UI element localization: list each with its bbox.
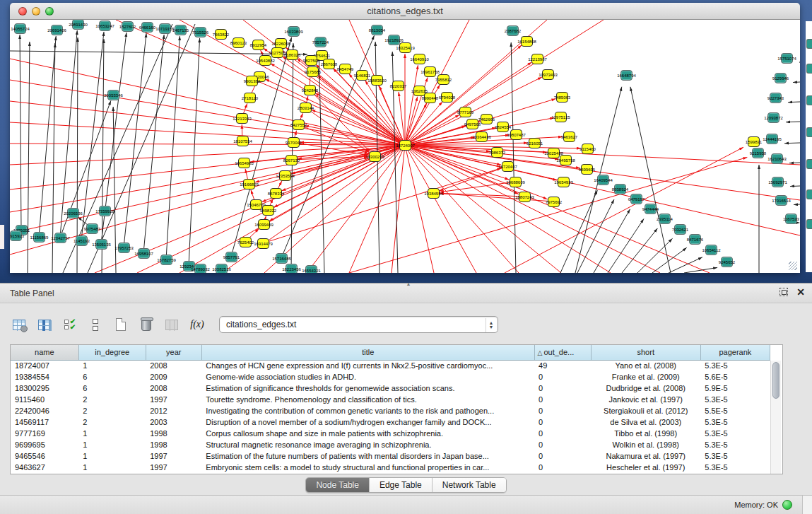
cell-short[interactable]: Hescheler et al. (1997) xyxy=(591,462,700,473)
graph-node[interactable]: 8938924 xyxy=(614,184,626,194)
network-window-titlebar[interactable]: citations_edges.txt xyxy=(10,3,800,20)
cell-in_degree[interactable]: 2 xyxy=(78,416,146,428)
cell-in_degree[interactable]: 1 xyxy=(78,450,146,462)
graph-node[interactable]: 20206536 xyxy=(67,208,79,218)
graph-node[interactable]: 9245652 xyxy=(721,257,733,267)
column-header-pagerank[interactable]: pagerank xyxy=(700,345,770,360)
cell-in_degree[interactable]: 1 xyxy=(78,462,146,473)
graph-node[interactable]: 10688609 xyxy=(510,177,522,187)
graph-node[interactable]: 16640910 xyxy=(413,54,425,64)
cell-name[interactable]: 9115460 xyxy=(11,394,78,405)
graph-node[interactable]: 3824554 xyxy=(497,122,509,132)
graph-node[interactable]: 15751074 xyxy=(781,53,793,64)
graph-node[interactable]: 8678334 xyxy=(270,188,282,199)
column-header-out_degree[interactable]: △out_de... xyxy=(534,345,591,360)
cell-title[interactable]: Embryonic stem cells: a model to study s… xyxy=(201,462,534,473)
table-scrollbar-thumb[interactable] xyxy=(772,362,779,399)
graph-node[interactable]: 18495758 xyxy=(560,155,572,165)
graph-node[interactable]: 8912954 xyxy=(252,40,264,50)
graph-node[interactable]: 9129946 xyxy=(775,73,787,83)
cell-short[interactable]: Jankovic et al. (1997) xyxy=(591,394,700,405)
cell-out_degree[interactable]: 0 xyxy=(534,450,591,462)
tab-node-table[interactable]: Node Table xyxy=(306,478,370,492)
graph-node[interactable]: 7955812 xyxy=(437,74,449,85)
close-window-icon[interactable] xyxy=(18,7,27,16)
table-row[interactable]: 1938455462009Genome-wide association stu… xyxy=(11,371,770,382)
graph-node[interactable]: 12093872 xyxy=(767,112,779,123)
graph-node[interactable]: 7663822 xyxy=(215,29,227,40)
delete-table-icon[interactable] xyxy=(163,315,181,334)
graph-node[interactable]: 20364436 xyxy=(476,132,488,142)
graph-node[interactable]: 3915923 xyxy=(10,230,22,241)
table-row[interactable]: 1830029562008Estimation of significance … xyxy=(11,382,770,394)
graph-node[interactable]: 8186328 xyxy=(286,49,298,60)
graph-node[interactable]: 9242848 xyxy=(304,85,316,95)
table-selector-dropdown[interactable]: citations_edges.txt ▲▼ xyxy=(219,316,498,333)
graph-node[interactable]: 16210643 xyxy=(771,153,783,164)
graph-node[interactable]: 9463627 xyxy=(563,132,575,142)
cell-title[interactable]: Estimation of significance thresholds fo… xyxy=(201,382,534,394)
cell-title[interactable]: Estimation of the future numbers of pati… xyxy=(201,450,534,462)
cell-short[interactable]: Yano et al. (2008) xyxy=(591,360,700,371)
cell-title[interactable]: Investigating the contribution of common… xyxy=(201,405,534,416)
graph-node[interactable]: 10719155 xyxy=(159,23,171,34)
cell-in_degree[interactable]: 1 xyxy=(78,360,146,371)
cell-short[interactable]: Dudbridge et al. (2008) xyxy=(591,382,700,394)
table-row[interactable]: 911546021997Tourette syndrome. Phenomeno… xyxy=(11,394,770,405)
graph-node[interactable]: 12444195 xyxy=(766,134,778,144)
graph-node[interactable]: 15692971 xyxy=(772,177,784,187)
graph-node[interactable]: 19218926 xyxy=(388,35,400,45)
graph-node[interactable]: 10654112 xyxy=(705,245,717,255)
graph-node[interactable]: 9975487 xyxy=(86,223,98,234)
cell-name[interactable]: 9463627 xyxy=(11,462,78,473)
cell-name[interactable]: 18300295 xyxy=(11,382,78,394)
cell-pagerank[interactable]: 5.3E-5 xyxy=(700,416,770,428)
cell-pagerank[interactable]: 5.5E-5 xyxy=(700,405,770,416)
graph-node[interactable]: 19166829 xyxy=(243,179,255,189)
cell-in_degree[interactable]: 1 xyxy=(78,428,146,439)
cell-pagerank[interactable]: 5.9E-5 xyxy=(700,382,770,394)
cell-out_degree[interactable]: 0 xyxy=(534,371,591,382)
graph-node[interactable]: 10807487 xyxy=(510,129,522,140)
cell-in_degree[interactable]: 6 xyxy=(78,371,146,382)
column-header-title[interactable]: title xyxy=(201,345,534,360)
graph-node[interactable]: 12975125 xyxy=(555,112,567,122)
cell-title[interactable]: Tourette syndrome. Phenomenology and cla… xyxy=(201,394,534,405)
graph-node[interactable]: 13505135 xyxy=(95,239,107,250)
table-settings-icon[interactable] xyxy=(10,315,28,334)
cell-name[interactable]: 19384554 xyxy=(11,371,78,382)
graph-node[interactable]: 7986372 xyxy=(491,147,503,158)
graph-node[interactable]: 9227343 xyxy=(770,93,782,103)
cell-name[interactable]: 9777169 xyxy=(11,428,78,439)
cell-pagerank[interactable]: 5.3E-5 xyxy=(700,462,770,473)
cell-name[interactable]: 9699695 xyxy=(11,439,78,450)
cell-year[interactable]: 1998 xyxy=(146,428,201,439)
graph-node[interactable]: 9170041 xyxy=(288,137,300,148)
graph-node[interactable]: 20691406 xyxy=(51,25,63,35)
graph-node[interactable]: 16961758 xyxy=(424,66,436,77)
network-view-window[interactable]: citations_edges.txt 14055724206914062089… xyxy=(10,3,800,273)
cell-in_degree[interactable]: 1 xyxy=(78,439,146,450)
cell-in_degree[interactable]: 6 xyxy=(78,382,146,394)
graph-node[interactable]: 6497568 xyxy=(466,119,478,129)
graph-node[interactable]: 16409544 xyxy=(597,175,609,185)
graph-node[interactable]: 9175685 xyxy=(307,66,319,77)
cell-pagerank[interactable]: 5.6E-5 xyxy=(700,371,770,382)
new-table-icon[interactable] xyxy=(112,315,130,334)
graph-node[interactable]: 9699695 xyxy=(581,164,593,175)
graph-node[interactable]: 16782759 xyxy=(160,255,172,265)
graph-node[interactable]: 18223456 xyxy=(286,264,298,273)
column-header-short[interactable]: short xyxy=(591,345,700,360)
graph-node[interactable]: 15716485 xyxy=(276,253,288,264)
cell-pagerank[interactable]: 5.3E-5 xyxy=(700,428,770,439)
table-row[interactable]: 969969511998Structural magnetic resonanc… xyxy=(11,439,770,450)
select-columns-icon[interactable] xyxy=(35,315,54,334)
graph-node[interactable]: 2803144 xyxy=(300,103,312,113)
graph-node[interactable]: 6216051 xyxy=(529,138,541,148)
graph-node[interactable]: 19654923 xyxy=(558,177,570,187)
cell-name[interactable]: 22420046 xyxy=(11,405,78,416)
graph-node[interactable]: 8813054 xyxy=(371,25,383,35)
graph-node[interactable]: 16720407 xyxy=(502,161,514,172)
cell-name[interactable]: 9465546 xyxy=(11,450,78,462)
graph-node[interactable]: 16958107 xyxy=(138,248,150,259)
